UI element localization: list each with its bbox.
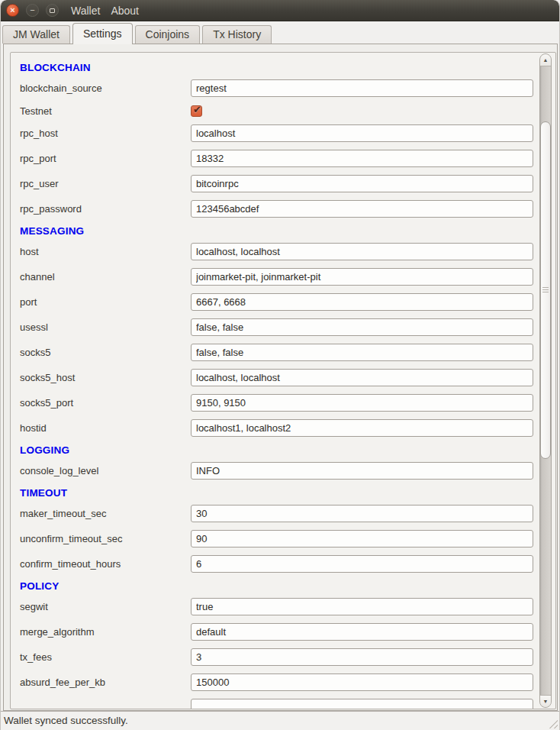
rpc_port-input[interactable]	[191, 150, 533, 167]
socks5-input[interactable]	[191, 344, 533, 361]
merge_algorithm-label: merge_algorithm	[20, 626, 191, 638]
rpc_password-input[interactable]	[191, 200, 533, 218]
console_log_level-label: console_log_level	[20, 465, 191, 476]
minimize-icon: −	[30, 6, 34, 15]
scrollbar-grip-icon	[542, 287, 549, 293]
vertical-scrollbar[interactable]: ▲ ▼	[539, 53, 552, 708]
settings-pane: BLOCKCHAIN blockchain_source Testnet ✔ r…	[3, 44, 558, 711]
settings-form: BLOCKCHAIN blockchain_source Testnet ✔ r…	[11, 53, 546, 709]
status-bar: Wallet synced successfully.	[1, 711, 559, 730]
field-row-partial	[20, 699, 546, 709]
testnet-label: Testnet	[20, 105, 191, 117]
field-row-usessl: usessl	[20, 318, 546, 336]
field-row-segwit: segwit	[20, 598, 546, 615]
hostid-input[interactable]	[191, 419, 533, 437]
channel-label: channel	[20, 271, 191, 283]
usessl-input[interactable]	[191, 318, 533, 336]
unconfirm_timeout_sec-input[interactable]	[191, 530, 533, 548]
field-row-maker-timeout-sec: maker_timeout_sec	[20, 505, 546, 522]
field-row-console-log-level: console_log_level	[20, 462, 546, 480]
field-row-merge-algorithm: merge_algorithm	[20, 623, 546, 641]
field-row-socks5-host: socks5_host	[20, 369, 546, 386]
field-row-testnet: Testnet ✔	[20, 105, 546, 117]
titlebar: × − Wallet About	[1, 0, 559, 21]
settings-scroll-area: BLOCKCHAIN blockchain_source Testnet ✔ r…	[10, 52, 556, 709]
maximize-icon	[50, 8, 55, 13]
minimize-button[interactable]: −	[26, 4, 39, 17]
chevron-up-icon: ▲	[543, 57, 549, 63]
section-heading-policy: POLICY	[20, 580, 546, 598]
rpc_password-label: rpc_password	[20, 203, 191, 215]
section-heading-blockchain: BLOCKCHAIN	[20, 62, 546, 79]
rpc_host-input[interactable]	[191, 124, 533, 142]
rpc_user-input[interactable]	[191, 175, 533, 192]
rpc_port-label: rpc_port	[20, 153, 191, 164]
field-row-confirm-timeout-hours: confirm_timeout_hours	[20, 555, 546, 573]
blockchain_source-input[interactable]	[191, 79, 533, 97]
checkmark-icon: ✔	[193, 105, 201, 115]
resize-grip[interactable]	[547, 718, 558, 728]
tab-jm-wallet[interactable]: JM Wallet	[2, 25, 70, 44]
field-row-rpc-host: rpc_host	[20, 124, 546, 142]
field-row-hostid: hostid	[20, 419, 546, 437]
absurd_fee_per_kb-label: absurd_fee_per_kb	[20, 677, 191, 688]
field-row-tx-fees: tx_fees	[20, 648, 546, 666]
rpc_host-label: rpc_host	[20, 128, 191, 139]
segwit-label: segwit	[20, 601, 191, 612]
tx_fees-input[interactable]	[191, 648, 533, 666]
field-row-blockchain-source: blockchain_source	[20, 79, 546, 97]
field-row-channel: channel	[20, 268, 546, 286]
tab-settings[interactable]: Settings	[72, 23, 133, 44]
absurd_fee_per_kb-input[interactable]	[191, 673, 533, 691]
close-icon: ×	[10, 6, 14, 15]
merge_algorithm-input[interactable]	[191, 623, 533, 641]
testnet-checkbox[interactable]: ✔	[191, 105, 202, 117]
section-heading-logging: LOGGING	[20, 444, 546, 462]
close-button[interactable]: ×	[6, 4, 19, 17]
field-row-unconfirm-timeout-sec: unconfirm_timeout_sec	[20, 530, 546, 548]
usessl-label: usessl	[20, 321, 191, 333]
field-row-socks5: socks5	[20, 344, 546, 361]
field-row-port: port	[20, 293, 546, 311]
confirm_timeout_hours-input[interactable]	[191, 555, 533, 573]
tab-tx-history[interactable]: Tx History	[202, 25, 272, 44]
field-row-rpc-password: rpc_password	[20, 200, 546, 218]
scroll-down-button[interactable]: ▼	[540, 695, 551, 707]
field-row-rpc-port: rpc_port	[20, 150, 546, 167]
blockchain_source-label: blockchain_source	[20, 82, 191, 94]
tab-coinjoins[interactable]: Coinjoins	[135, 25, 201, 44]
maker_timeout_sec-label: maker_timeout_sec	[20, 508, 191, 519]
menu-wallet[interactable]: Wallet	[71, 5, 100, 17]
menu-about[interactable]: About	[111, 5, 139, 17]
confirm_timeout_hours-label: confirm_timeout_hours	[20, 558, 191, 570]
field-row-socks5-port: socks5_port	[20, 394, 546, 412]
partial-field-input[interactable]	[191, 699, 533, 709]
tx_fees-label: tx_fees	[20, 651, 191, 663]
socks5-label: socks5	[20, 347, 191, 358]
socks5_port-label: socks5_port	[20, 397, 191, 409]
maximize-button[interactable]	[46, 4, 59, 17]
field-row-rpc-user: rpc_user	[20, 175, 546, 192]
socks5_host-label: socks5_host	[20, 372, 191, 383]
wallet-window: × − Wallet About JM Wallet Settings Coin…	[0, 0, 560, 730]
console_log_level-input[interactable]	[191, 462, 533, 480]
host-input[interactable]	[191, 243, 533, 260]
socks5_host-input[interactable]	[191, 369, 533, 386]
section-heading-messaging: MESSAGING	[20, 225, 546, 243]
socks5_port-input[interactable]	[191, 394, 533, 412]
scrollbar-thumb[interactable]	[540, 121, 551, 459]
status-message: Wallet synced successfully.	[4, 715, 128, 726]
port-label: port	[20, 296, 191, 308]
segwit-input[interactable]	[191, 598, 533, 615]
tab-bar: JM Wallet Settings Coinjoins Tx History	[1, 21, 559, 44]
scroll-up-button[interactable]: ▲	[540, 54, 551, 66]
unconfirm_timeout_sec-label: unconfirm_timeout_sec	[20, 533, 191, 544]
section-heading-timeout: TIMEOUT	[20, 487, 546, 505]
channel-input[interactable]	[191, 268, 533, 286]
port-input[interactable]	[191, 293, 533, 311]
field-row-absurd-fee-per-kb: absurd_fee_per_kb	[20, 673, 546, 691]
field-row-host: host	[20, 243, 546, 260]
hostid-label: hostid	[20, 422, 191, 434]
maker_timeout_sec-input[interactable]	[191, 505, 533, 522]
host-label: host	[20, 246, 191, 257]
